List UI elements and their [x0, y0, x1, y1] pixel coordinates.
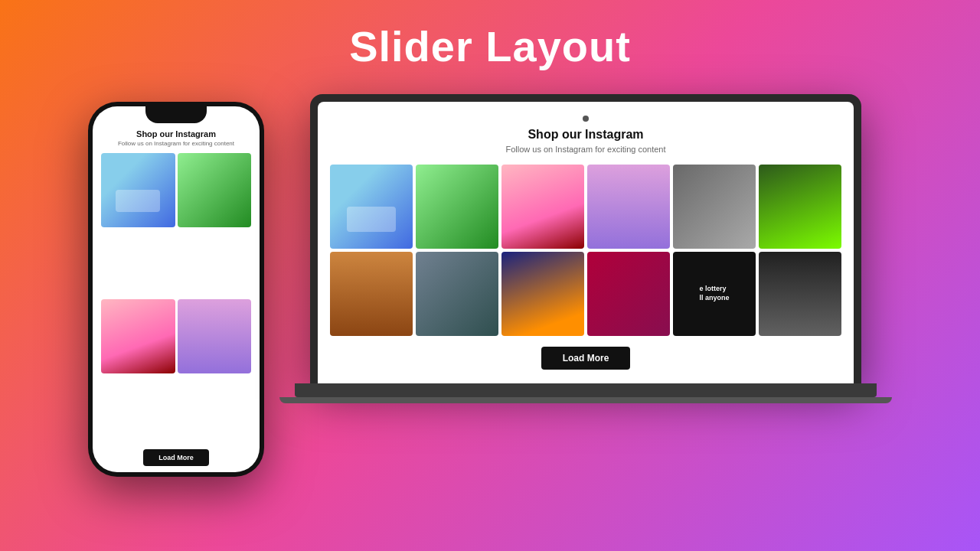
phone-grid-item — [101, 153, 175, 227]
phone-mockup: Shop our Instagram Follow us on Instagra… — [88, 102, 264, 477]
phone-shop-subtitle: Follow us on Instagram for exciting cont… — [118, 140, 234, 147]
phone-image-grid — [101, 153, 251, 443]
laptop-foot — [279, 397, 892, 403]
laptop-grid-item — [587, 252, 670, 336]
laptop-load-more-button[interactable]: Load More — [541, 347, 631, 370]
laptop-body: Shop our Instagram Follow us on Instagra… — [310, 94, 861, 383]
laptop-lottery-item: e lotteryll anyone — [673, 252, 756, 336]
laptop-base — [295, 383, 877, 397]
phone-load-more-button[interactable]: Load More — [143, 449, 209, 466]
laptop-mockup: Shop our Instagram Follow us on Instagra… — [310, 94, 892, 403]
phone-grid-item — [101, 299, 175, 373]
phone-grid-item — [178, 153, 252, 227]
laptop-grid-item — [759, 165, 841, 249]
laptop-image-grid: e lotteryll anyone — [330, 165, 841, 336]
laptop-grid-item — [416, 252, 498, 336]
phone-screen: Shop our Instagram Follow us on Instagra… — [93, 106, 260, 472]
phone-shop-title: Shop our Instagram — [136, 129, 216, 139]
laptop-screen: Shop our Instagram Follow us on Instagra… — [318, 102, 854, 383]
laptop-grid-item — [587, 165, 670, 249]
phone-notch — [145, 106, 207, 123]
laptop-grid-item — [501, 165, 584, 249]
laptop-grid-item — [759, 252, 841, 336]
laptop-grid-item — [501, 252, 584, 336]
page-title: Slider Layout — [349, 21, 631, 71]
phone-grid-item — [178, 299, 252, 373]
laptop-grid-item — [330, 252, 413, 336]
laptop-grid-item — [330, 165, 413, 249]
devices-container: Shop our Instagram Follow us on Instagra… — [0, 94, 980, 477]
laptop-camera — [583, 116, 589, 122]
laptop-shop-subtitle: Follow us on Instagram for exciting cont… — [330, 145, 841, 154]
laptop-shop-title: Shop our Instagram — [330, 128, 841, 142]
laptop-grid-item — [673, 165, 756, 249]
laptop-grid-item — [416, 165, 498, 249]
